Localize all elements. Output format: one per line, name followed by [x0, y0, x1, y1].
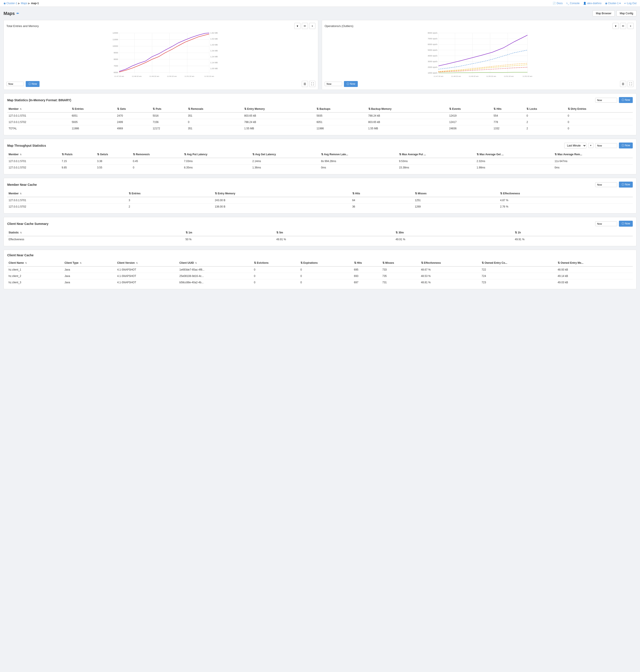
breadcrumb-cluster[interactable]: ◉ Cluster-1: [3, 2, 17, 5]
col-client-uuid[interactable]: Client UUID ⇅: [178, 260, 252, 266]
throughput-filter-select[interactable]: Last Minute: [564, 143, 586, 148]
page-header: Maps ✏ Map Browser Map Config: [3, 10, 637, 16]
col-avg-put[interactable]: ⇅ Avg Put Latency: [183, 151, 251, 158]
col-events[interactable]: ⇅ Events: [448, 106, 492, 113]
throughput-now-button[interactable]: ⓘ Now: [619, 143, 633, 148]
col-dirty-entries[interactable]: ⇅ Dirty Entries: [566, 106, 633, 113]
col-max-remove[interactable]: ⇅ Max Average Rem...: [553, 151, 633, 158]
docs-link[interactable]: 📄 Docs: [553, 2, 563, 5]
col-1h[interactable]: ⇅ 1h: [513, 229, 633, 236]
col-statistic[interactable]: Statistic ⇅: [7, 229, 184, 236]
chart2-edit[interactable]: ✏: [620, 23, 626, 29]
col-max-put[interactable]: ⇅ Max Average Put ...: [398, 151, 475, 158]
col-locks[interactable]: ⇅ Locks: [525, 106, 566, 113]
client-near-cache-summary-now-button[interactable]: ⓘ Now: [619, 221, 633, 227]
console-link[interactable]: >_ Console: [566, 2, 580, 5]
svg-text:1.05 MB: 1.05 MB: [210, 68, 218, 70]
col-entries[interactable]: ⇅ Entries: [127, 190, 214, 197]
map-statistics-now-input[interactable]: [595, 98, 617, 103]
chart2-dropdown[interactable]: ▾: [613, 23, 619, 29]
col-removals[interactable]: ⇅ Removals: [187, 106, 243, 113]
breadcrumb-map1[interactable]: map-1: [31, 2, 39, 5]
col-hits[interactable]: ⇅ Hits: [492, 106, 525, 113]
cluster-link[interactable]: ◉ Cluster-1 ▾: [605, 2, 621, 5]
col-entry-memory[interactable]: ⇅ Entry Memory: [243, 106, 315, 113]
col-puts[interactable]: ⇅ Puts: [151, 106, 187, 113]
col-avg-remove[interactable]: ⇅ Avg Remove Late...: [320, 151, 398, 158]
chart1-add[interactable]: +: [309, 23, 315, 29]
col-owned-count[interactable]: ⇅ Owned Entry Co...: [480, 260, 556, 266]
chart1-footer-right: ☰ ⛶: [302, 81, 315, 87]
client-near-cache-summary-title: Client Near Cache Summary: [7, 222, 48, 225]
chart2-legend-btn[interactable]: ☰: [620, 81, 626, 87]
map-statistics-now-button[interactable]: ⓘ Now: [619, 97, 633, 103]
edit-icon[interactable]: ✏: [16, 12, 19, 15]
svg-text:1000 ops/s: 1000 ops/s: [427, 72, 437, 74]
col-puts-s[interactable]: ⇅ Puts/s: [60, 151, 96, 158]
col-entry-memory[interactable]: ⇅ Entry Memory: [214, 190, 351, 197]
breadcrumb-maps[interactable]: Maps: [21, 2, 27, 5]
member-near-cache-now-input[interactable]: [595, 182, 617, 187]
chart1-footer: ⓘ Now ☰ ⛶: [6, 81, 315, 87]
table-row: 127.0.0.1:5701 7.15 3.38 0.45 7.03ms 2.1…: [7, 158, 633, 164]
col-member[interactable]: Member ⇅: [7, 106, 71, 113]
col-member[interactable]: Member ⇅: [7, 190, 127, 197]
chart1-fullscreen-btn[interactable]: ⛶: [309, 81, 315, 87]
logout-link[interactable]: ↩ Log Out: [624, 2, 637, 5]
col-member[interactable]: Member ⇅: [7, 151, 60, 158]
col-gets[interactable]: ⇅ Gets: [116, 106, 151, 113]
member-near-cache-now-button[interactable]: ⓘ Now: [619, 181, 633, 188]
col-evictions[interactable]: ⇅ Evictions: [252, 260, 299, 266]
client-near-cache-summary-controls: ⓘ Now: [595, 221, 633, 227]
svg-text:11:47:32 am: 11:47:32 am: [114, 75, 124, 77]
chart2-now-button[interactable]: ⓘ Now: [344, 81, 358, 87]
col-removes-s[interactable]: ⇅ Removes/s: [132, 151, 183, 158]
chart2-footer-right: ☰ ⛶: [620, 81, 634, 87]
col-owned-memory[interactable]: ⇅ Owned Entry Me...: [556, 260, 633, 266]
col-gets-s[interactable]: ⇅ Gets/s: [96, 151, 132, 158]
col-5m[interactable]: ⇅ 5m: [275, 229, 394, 236]
chart-entries-memory: Total Entries and Memory ▾ ✏ +: [3, 20, 318, 90]
throughput-controls: Last Minute ▾ ⓘ Now: [564, 143, 633, 148]
col-misses[interactable]: ⇅ Misses: [413, 190, 499, 197]
col-client-type[interactable]: Client Type ⇅: [63, 260, 116, 266]
col-client-version[interactable]: Client Version ⇅: [116, 260, 178, 266]
col-backups[interactable]: ⇅ Backups: [315, 106, 367, 113]
chart1-now-button[interactable]: ⓘ Now: [26, 81, 40, 87]
col-30m[interactable]: ⇅ 30m: [394, 229, 513, 236]
chart-operations: Operations/s (Outliers) ▾ ✏ +: [322, 20, 637, 90]
chart2-add[interactable]: +: [627, 23, 634, 29]
user-link[interactable]: 👤 alex-dukhno: [583, 2, 601, 5]
col-entries[interactable]: ⇅ Entries: [71, 106, 116, 113]
col-misses[interactable]: ⇅ Misses: [381, 260, 420, 266]
throughput-now-input[interactable]: [595, 143, 617, 148]
member-near-cache-header: Member Near Cache ⓘ Now: [7, 181, 633, 188]
chart2-title: Operations/s (Outliers): [325, 24, 613, 28]
col-expirations[interactable]: ⇅ Expirations: [299, 260, 353, 266]
col-effectiveness[interactable]: ⇅ Effectiveness: [499, 190, 633, 197]
chart2-fullscreen-btn[interactable]: ⛶: [627, 81, 634, 87]
col-hits[interactable]: ⇅ Hits: [351, 190, 413, 197]
chart2-now-input[interactable]: [325, 82, 342, 86]
col-avg-get[interactable]: ⇅ Avg Get Latency: [251, 151, 320, 158]
col-client-name[interactable]: Client Name ⇅: [7, 260, 63, 266]
svg-text:8000: 8000: [114, 58, 118, 60]
client-near-cache-summary-table: Statistic ⇅ ⇅ 1m ⇅ 5m ⇅ 30m ⇅ 1h Effecti…: [7, 229, 633, 243]
map-browser-button[interactable]: Map Browser: [593, 10, 615, 16]
chart1-now-input[interactable]: [6, 82, 24, 86]
col-1m[interactable]: ⇅ 1m: [184, 229, 275, 236]
chart1-dropdown[interactable]: ▾: [294, 23, 301, 29]
col-max-get[interactable]: ⇅ Max Average Get ...: [475, 151, 553, 158]
client-near-cache-summary-now-input[interactable]: [595, 221, 617, 226]
chart1-edit[interactable]: ✏: [302, 23, 308, 29]
col-hits[interactable]: ⇅ Hits: [353, 260, 381, 266]
member-near-cache-section: Member Near Cache ⓘ Now Member ⇅ ⇅ Entri…: [3, 178, 637, 214]
chart1-svg: 12000 11000 10000 9000 8000 7000 6000 1.…: [6, 31, 315, 79]
col-effectiveness[interactable]: ⇅ Effectiveness: [420, 260, 480, 266]
map-config-button[interactable]: Map Config: [616, 10, 637, 16]
chart1-legend-btn[interactable]: ☰: [302, 81, 308, 87]
throughput-filter-arrow[interactable]: ▾: [588, 143, 594, 148]
svg-text:1.53 MB: 1.53 MB: [210, 38, 218, 40]
col-backup-memory[interactable]: ⇅ Backup Memory: [367, 106, 448, 113]
chart1-controls: ▾ ✏ +: [294, 23, 315, 29]
